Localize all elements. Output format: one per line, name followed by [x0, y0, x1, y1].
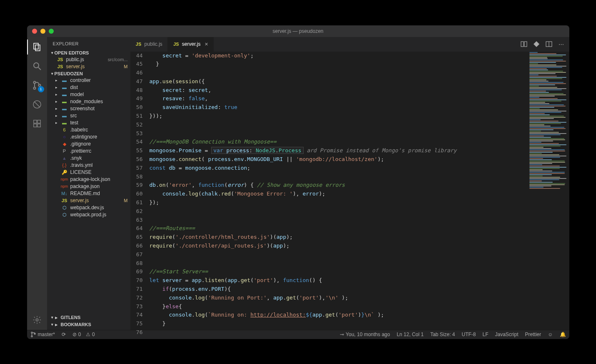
section-project[interactable]: PSEUDOZEN — [47, 70, 130, 77]
svg-point-13 — [36, 319, 38, 321]
status-encoding[interactable]: UTF-8 — [459, 332, 479, 337]
svg-rect-12 — [37, 120, 40, 123]
folder-item[interactable]: ▸▬model — [47, 91, 130, 98]
status-problems[interactable]: ⊘0 ⚠0 — [69, 332, 98, 337]
editor-tab[interactable]: JSpublic.js — [130, 37, 168, 52]
code-wrap: 4445464748495051525354555657585960616263… — [130, 52, 569, 330]
status-bar: master* ⟳ ⊘0 ⚠0 ⊸You, 10 months ago Ln 1… — [27, 330, 569, 339]
status-sync[interactable]: ⟳ — [58, 332, 69, 337]
scm-badge: 1 — [38, 86, 44, 92]
split-editor-icon[interactable] — [545, 40, 553, 48]
status-bell-icon[interactable]: 🔔 — [556, 332, 569, 337]
status-branch[interactable]: master* — [27, 332, 58, 337]
folder-item[interactable]: ▸▬node_modules — [47, 98, 130, 105]
close-tab-icon[interactable]: × — [205, 41, 208, 47]
file-item[interactable]: JSserver.jsM — [47, 197, 130, 204]
close-icon[interactable] — [32, 29, 37, 34]
main-area: 1 EXPLORER OPEN EDITORS JSpublic.jssrc/c… — [27, 37, 569, 330]
folder-item[interactable]: ▸▬controller — [47, 77, 130, 84]
folder-item[interactable]: ▸▬screenshot — [47, 105, 130, 112]
status-eol[interactable]: LF — [479, 332, 492, 337]
activity-bar: 1 — [27, 37, 47, 330]
editor-tab[interactable]: JSserver.js× — [168, 37, 214, 52]
section-gitlens[interactable]: ▾ GITLENS — [47, 313, 130, 321]
status-blame[interactable]: ⊸You, 10 months ago — [337, 332, 393, 337]
svg-rect-0 — [34, 43, 38, 49]
vscode-window: server.js — pseudozen 1 EXPLORER OPEN ED… — [27, 25, 569, 339]
status-feedback-icon[interactable]: ☺ — [544, 332, 556, 337]
file-item[interactable]: ◆.gitignore — [47, 141, 130, 148]
folder-item[interactable]: ▸▬src — [47, 112, 130, 119]
status-tabsize[interactable]: Tab Size: 4 — [427, 332, 458, 337]
svg-rect-9 — [33, 120, 36, 123]
more-icon[interactable]: ⋯ — [558, 40, 565, 48]
svg-rect-14 — [521, 42, 524, 47]
status-cursor[interactable]: Ln 12, Col 1 — [393, 332, 427, 337]
code-editor[interactable]: secret = 'development-only'; } app.use(s… — [150, 52, 528, 330]
fullscreen-icon[interactable] — [49, 29, 54, 34]
open-editor-item[interactable]: JSserver.jsM — [47, 63, 130, 70]
svg-point-5 — [33, 87, 35, 89]
file-item[interactable]: P.prettierrc — [47, 148, 130, 155]
minimize-icon[interactable] — [40, 29, 45, 34]
folder-item[interactable]: ▸▬test — [47, 119, 130, 126]
svg-line-8 — [35, 102, 40, 107]
section-open-editors[interactable]: OPEN EDITORS — [47, 50, 130, 56]
svg-line-3 — [38, 67, 41, 70]
window-title: server.js — pseudozen — [27, 28, 569, 34]
sidebar: EXPLORER OPEN EDITORS JSpublic.jssrc/com… — [47, 37, 130, 330]
open-editor-item[interactable]: JSpublic.jssrc/com... — [47, 56, 130, 63]
compare-icon[interactable] — [520, 40, 528, 48]
status-formatter[interactable]: Prettier — [522, 332, 545, 337]
svg-rect-10 — [33, 124, 36, 126]
explorer-icon[interactable] — [31, 41, 43, 53]
svg-rect-1 — [35, 45, 40, 51]
tab-bar: JSpublic.jsJSserver.js× ⋯ — [130, 37, 569, 52]
file-item[interactable]: ○.eslintignore — [47, 134, 130, 141]
debug-icon[interactable] — [31, 99, 43, 110]
file-item[interactable]: {.}.travis.yml — [47, 162, 130, 169]
folder-item[interactable]: ▸▬dist — [47, 84, 130, 91]
tab-actions: ⋯ — [520, 37, 569, 52]
traffic-lights — [27, 29, 54, 34]
svg-point-2 — [34, 63, 39, 68]
file-item[interactable]: npmpackage-lock.json — [47, 176, 130, 183]
editor-area: JSpublic.jsJSserver.js× ⋯ 44454647484950… — [130, 37, 569, 330]
svg-rect-15 — [524, 42, 527, 47]
status-lang[interactable]: JavaScript — [492, 332, 522, 337]
search-icon[interactable] — [31, 60, 43, 72]
sidebar-title: EXPLORER — [47, 37, 130, 50]
gutter: 4445464748495051525354555657585960616263… — [130, 52, 150, 330]
gitlens-icon[interactable] — [533, 40, 540, 48]
file-item[interactable]: ⬡webpack.prod.js — [47, 211, 130, 218]
svg-rect-11 — [37, 124, 40, 126]
file-item[interactable]: npmpackage.json — [47, 183, 130, 190]
file-item[interactable]: 🔑LICENSE — [47, 169, 130, 176]
file-item[interactable]: ⬡webpack.dev.js — [47, 204, 130, 211]
section-bookmarks[interactable]: ▾ BOOKMARKS — [47, 321, 130, 330]
svg-point-18 — [31, 332, 32, 333]
minimap[interactable] — [528, 52, 569, 330]
titlebar[interactable]: server.js — pseudozen — [27, 25, 569, 37]
file-item[interactable]: 6.babelrc — [47, 126, 130, 134]
settings-icon[interactable] — [31, 314, 43, 326]
svg-point-19 — [31, 336, 32, 337]
svg-point-4 — [33, 81, 35, 83]
file-item[interactable]: ▲.snyk — [47, 155, 130, 162]
extensions-icon[interactable] — [31, 118, 43, 129]
file-item[interactable]: M↓README.md — [47, 190, 130, 197]
source-control-icon[interactable]: 1 — [31, 79, 43, 91]
